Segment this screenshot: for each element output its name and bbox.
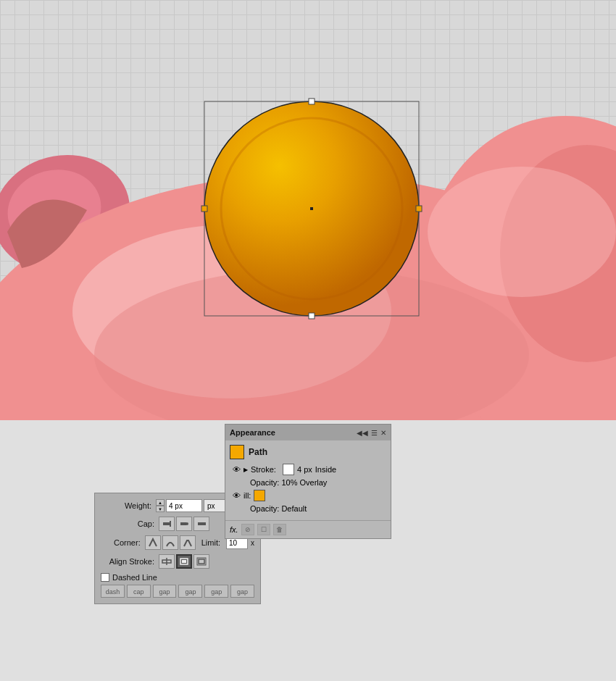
panel-close-icon[interactable]: ✕ bbox=[380, 429, 386, 437]
fill-label: ill: bbox=[244, 491, 251, 500]
appearance-panel-header: Appearance ◀◀ ☰ ✕ bbox=[225, 425, 391, 440]
corner-bevel-button[interactable] bbox=[180, 535, 196, 550]
stroke-px-value: 4 px bbox=[297, 465, 312, 474]
svg-rect-24 bbox=[182, 560, 186, 563]
opacity-row: Opacity: 10% Overlay bbox=[230, 478, 386, 487]
svg-rect-20 bbox=[198, 522, 206, 525]
corner-round-button[interactable] bbox=[162, 535, 178, 550]
svg-rect-13 bbox=[201, 206, 207, 212]
svg-rect-25 bbox=[199, 559, 204, 564]
cap-square-button[interactable] bbox=[193, 517, 209, 531]
gap-field-1: cap bbox=[127, 585, 151, 598]
svg-rect-16 bbox=[163, 522, 170, 525]
stroke-visibility-icon[interactable]: 👁 bbox=[233, 465, 241, 474]
cap-label: Cap: bbox=[101, 519, 159, 528]
fill-color-swatch[interactable] bbox=[254, 490, 265, 501]
limit-label: Limit: bbox=[197, 538, 225, 547]
fx-label: fx. bbox=[230, 525, 238, 534]
bottom-panel: Weight: ▲ ▼ px pt mm Cap: bbox=[0, 420, 616, 681]
cap-round-button[interactable] bbox=[176, 517, 192, 531]
svg-rect-12 bbox=[309, 313, 315, 319]
illustration bbox=[0, 0, 616, 420]
path-label: Path bbox=[249, 447, 267, 457]
dashed-line-row: Dashed Line bbox=[101, 573, 254, 582]
appearance-panel-body: Path 👁 ▶ Stroke: 4 px Inside Opacity: 10… bbox=[225, 440, 391, 520]
svg-rect-18 bbox=[180, 522, 186, 525]
path-header-row: Path bbox=[230, 445, 386, 459]
align-inside-button[interactable] bbox=[176, 554, 192, 569]
dashed-checkbox[interactable] bbox=[101, 573, 109, 582]
svg-point-6 bbox=[428, 167, 616, 297]
appearance-panel-footer: fx. ⊘ ☐ 🗑 bbox=[225, 520, 391, 538]
limit-x-label: x bbox=[251, 539, 254, 547]
dash-field-1: dash bbox=[101, 585, 125, 598]
align-center-button[interactable] bbox=[159, 554, 175, 569]
footer-delete-icon[interactable]: 🗑 bbox=[273, 524, 286, 535]
weight-down-arrow[interactable]: ▼ bbox=[156, 506, 165, 512]
dash-fields-row: dash cap gap gap gap gap bbox=[101, 585, 254, 598]
gap-field-3: gap bbox=[230, 585, 254, 598]
stroke-color-swatch[interactable] bbox=[283, 464, 294, 475]
appearance-panel-title: Appearance bbox=[230, 428, 275, 437]
gap-field-2: gap bbox=[178, 585, 202, 598]
canvas-area bbox=[0, 0, 616, 420]
svg-rect-15 bbox=[310, 207, 313, 210]
svg-rect-14 bbox=[416, 206, 422, 212]
align-controls bbox=[159, 554, 209, 569]
stroke-expand-icon[interactable]: ▶ bbox=[244, 467, 248, 473]
stroke-label: Stroke: bbox=[251, 465, 280, 474]
align-stroke-row: Align Stroke: bbox=[101, 554, 254, 569]
appearance-panel: Appearance ◀◀ ☰ ✕ Path 👁 ▶ Stroke: 4 px … bbox=[225, 424, 391, 539]
weight-input[interactable] bbox=[166, 499, 202, 512]
footer-clear-icon[interactable]: ☐ bbox=[257, 524, 270, 535]
fill-row: 👁 ill: bbox=[230, 490, 386, 501]
fill-opacity-row: Opacity: Default bbox=[230, 504, 386, 513]
weight-spinner[interactable]: ▲ ▼ bbox=[156, 499, 165, 512]
path-color-swatch[interactable] bbox=[230, 445, 244, 459]
align-label: Align Stroke: bbox=[101, 557, 159, 566]
dashed-line-label: Dashed Line bbox=[112, 573, 157, 582]
stroke-position: Inside bbox=[315, 465, 336, 474]
dash-field-2: gap bbox=[153, 585, 177, 598]
fill-visibility-icon[interactable]: 👁 bbox=[233, 491, 241, 500]
dash-field-3: gap bbox=[204, 585, 228, 598]
svg-point-19 bbox=[186, 522, 188, 525]
panel-collapse-icon[interactable]: ◀◀ bbox=[357, 429, 368, 437]
weight-label: Weight: bbox=[101, 501, 156, 510]
fill-opacity-label: Opacity: Default bbox=[250, 504, 307, 513]
stroke-appearance-row: 👁 ▶ Stroke: 4 px Inside bbox=[230, 464, 386, 475]
footer-add-fx-icon[interactable]: ⊘ bbox=[241, 524, 254, 535]
svg-rect-11 bbox=[309, 99, 315, 104]
align-outside-button[interactable] bbox=[193, 554, 209, 569]
panel-menu-icon[interactable]: ☰ bbox=[371, 429, 378, 437]
corner-label: Corner: bbox=[101, 538, 145, 547]
cap-butt-button[interactable] bbox=[159, 517, 175, 531]
corner-miter-button[interactable] bbox=[145, 535, 161, 550]
opacity-label: Opacity: 10% Overlay bbox=[250, 478, 327, 487]
cap-controls bbox=[159, 517, 209, 531]
weight-up-arrow[interactable]: ▲ bbox=[156, 499, 165, 506]
panel-header-icons: ◀◀ ☰ ✕ bbox=[357, 429, 386, 437]
